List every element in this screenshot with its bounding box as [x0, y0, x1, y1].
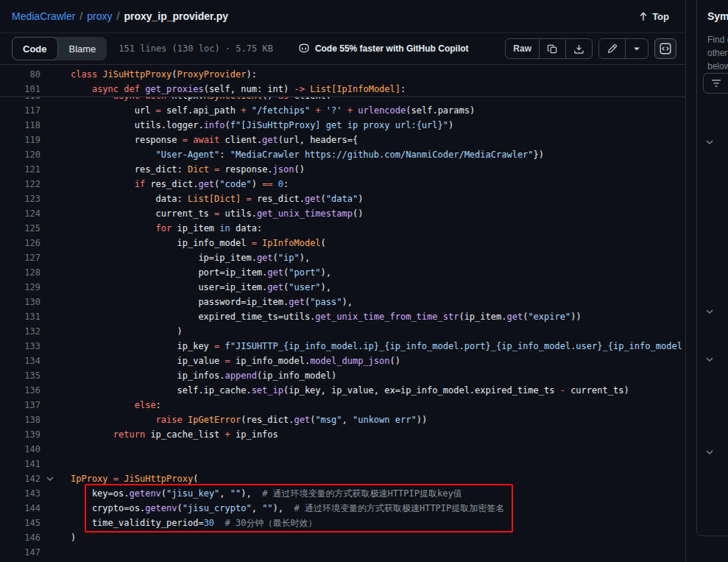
code-line: 122 if res_dict.get("code") == 0:	[0, 177, 685, 192]
line-number[interactable]: 121	[0, 162, 40, 177]
line-number[interactable]: 129	[0, 280, 40, 295]
line-number[interactable]: 119	[0, 133, 40, 147]
chevron-down-icon	[706, 357, 713, 362]
fold-column	[40, 206, 71, 221]
fold-column	[40, 427, 71, 442]
symbol-row[interactable]	[697, 445, 728, 460]
toolbar-buttons: Raw	[505, 38, 676, 59]
code-line: 129 user=ip_item.get("user"),	[0, 280, 685, 295]
copilot-text: Code 55% faster with GitHub Copilot	[315, 43, 469, 54]
download-button[interactable]	[565, 39, 592, 58]
copilot-icon	[298, 43, 310, 55]
up-arrow-icon	[639, 12, 648, 21]
code-line: 131 expired_time_ts=utils.get_unix_time_…	[0, 309, 685, 324]
line-number[interactable]: 142	[0, 471, 40, 486]
tab-code[interactable]: Code	[12, 37, 58, 60]
line-number[interactable]: 139	[0, 427, 40, 442]
back-to-top-link[interactable]: Top	[639, 11, 669, 22]
code-line: 138 raise IpGetError(res_dict.get("msg",…	[0, 412, 685, 427]
fold-column	[40, 412, 71, 427]
line-number[interactable]: 130	[0, 295, 40, 309]
line-number[interactable]: 124	[0, 206, 40, 221]
symbols-toggle-button[interactable]	[654, 38, 676, 59]
edit-button[interactable]	[599, 39, 625, 58]
line-number[interactable]: 126	[0, 236, 40, 250]
line-number[interactable]: 145	[0, 516, 40, 530]
filter-icon	[711, 79, 721, 88]
fold-column	[40, 162, 71, 177]
edit-dropdown-button[interactable]	[625, 39, 648, 58]
code-line: 120 "User-Agent": "MediaCrawler https://…	[0, 147, 685, 162]
code-line: 126 ip_info_model = IpInfoModel(	[0, 236, 685, 250]
fold-column	[40, 221, 71, 236]
code-line: 141	[0, 457, 685, 471]
line-number[interactable]: 80	[0, 67, 40, 82]
code-line: 142IpProxy = JiSuHttpProxy(	[0, 471, 685, 486]
copilot-banner[interactable]: Code 55% faster with GitHub Copilot	[298, 43, 469, 55]
line-number[interactable]: 118	[0, 118, 40, 133]
copy-icon	[547, 43, 558, 55]
code-line: 133 ip_key = f"JISUHTTP_{ip_info_model.i…	[0, 339, 685, 354]
fold-column	[40, 501, 71, 516]
code-line: 145 time_validity_period=30 # 30分钟（最长时效）	[0, 516, 685, 530]
code-view: 80class JiSuHttpProxy(ProxyProvider):101…	[0, 66, 685, 562]
code-line: 121 res_dict: Dict = response.json()	[0, 162, 685, 177]
line-number[interactable]: 131	[0, 309, 40, 324]
line-number[interactable]: 127	[0, 250, 40, 265]
line-number[interactable]: 125	[0, 221, 40, 236]
fold-chevron-icon[interactable]	[40, 471, 71, 486]
code-line: 143 key=os.getenv("jisu_key", ""), # 通过环…	[0, 486, 685, 501]
line-number[interactable]: 144	[0, 501, 40, 516]
line-number[interactable]: 132	[0, 324, 40, 339]
fold-column	[40, 82, 71, 96]
file-toolbar: Code Blame 151 lines (130 loc) · 5.75 KB…	[0, 32, 685, 65]
symbol-row[interactable]	[697, 135, 728, 150]
fold-column	[40, 324, 71, 339]
line-number[interactable]: 141	[0, 457, 40, 471]
fold-column	[40, 530, 71, 545]
line-number[interactable]: 133	[0, 339, 40, 354]
breadcrumb-folder-link[interactable]: proxy	[87, 10, 112, 22]
line-number[interactable]: 137	[0, 398, 40, 412]
line-number[interactable]: 147	[0, 545, 40, 560]
code-line: 139 return ip_cache_list + ip_infos	[0, 427, 685, 442]
line-number[interactable]: 136	[0, 383, 40, 398]
line-number[interactable]: 134	[0, 354, 40, 368]
line-number[interactable]: 128	[0, 265, 40, 280]
line-number[interactable]: 135	[0, 368, 40, 383]
breadcrumb-repo-link[interactable]: MediaCrawler	[12, 10, 75, 22]
edit-button-group	[598, 38, 649, 59]
line-number[interactable]: 122	[0, 177, 40, 192]
top-label: Top	[652, 11, 669, 22]
line-number[interactable]: 146	[0, 530, 40, 545]
code-blame-switch: Code Blame	[12, 37, 107, 60]
breadcrumb-separator: /	[79, 10, 82, 22]
code-line: 132 )	[0, 324, 685, 339]
fold-column	[40, 457, 71, 471]
fold-column	[40, 383, 71, 398]
line-number[interactable]: 117	[0, 103, 40, 118]
symbol-row[interactable]	[697, 304, 728, 319]
symbol-row[interactable]	[697, 352, 728, 367]
tab-blame[interactable]: Blame	[58, 37, 107, 60]
symbol-row[interactable]	[697, 519, 728, 534]
fold-column	[40, 339, 71, 354]
line-number[interactable]: 120	[0, 147, 40, 162]
symbol-row[interactable]	[697, 110, 728, 124]
symbols-panel-title: Symbols	[707, 10, 728, 22]
download-icon	[573, 43, 584, 55]
line-number[interactable]: 140	[0, 442, 40, 457]
line-number[interactable]: 101	[0, 82, 40, 96]
symbols-filter-button[interactable]	[703, 73, 728, 94]
fold-column	[40, 309, 71, 324]
code-line: 135 ip_infos.append(ip_info_model)	[0, 368, 685, 383]
line-number[interactable]: 123	[0, 192, 40, 206]
line-number[interactable]: 143	[0, 486, 40, 501]
code-lines: 116 async with httpx.AsyncClient() as cl…	[0, 88, 685, 560]
raw-button-group: Raw	[505, 38, 593, 59]
line-number[interactable]: 138	[0, 412, 40, 427]
code-line: 80class JiSuHttpProxy(ProxyProvider):	[0, 67, 685, 82]
chevron-down-icon	[46, 477, 54, 482]
copy-raw-button[interactable]	[539, 39, 565, 58]
raw-button[interactable]: Raw	[506, 39, 539, 58]
